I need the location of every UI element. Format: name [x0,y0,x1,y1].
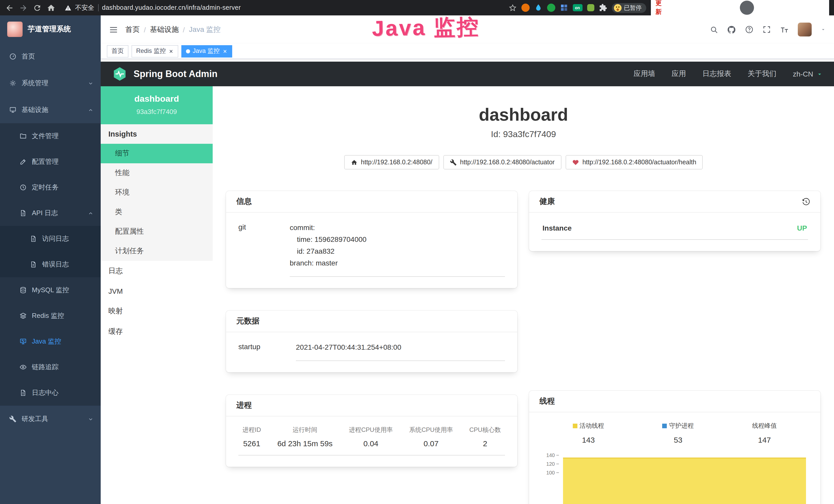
breadcrumb-section[interactable]: 基础设施 [150,25,179,34]
extension-icon[interactable] [547,4,555,12]
bookmark-star-icon[interactable] [508,4,517,12]
tab-close-icon[interactable] [169,48,174,54]
user-avatar[interactable] [798,23,812,37]
sidebar-item-mysql-monitor[interactable]: MySQL 监控 [0,277,101,303]
metric-value: 2 [469,439,501,448]
sba-journal-link[interactable]: 日志报表 [702,69,731,78]
clock-icon [20,184,27,191]
tab-close-icon[interactable] [222,48,227,54]
sba-wallboard-link[interactable]: 应用墙 [634,69,655,78]
actuator-url-button[interactable]: http://192.168.0.2:48080/actuator [443,155,561,169]
sba-group-logging[interactable]: 日志 [101,261,213,281]
sba-nav-links: 应用墙 应用 日志报表 关于我们 zh-CN [634,69,823,78]
instance-header[interactable]: dashboard 93a3fc7f7409 [101,86,213,124]
wrench-icon [9,415,17,422]
sba-group-jvm[interactable]: JVM [101,281,213,301]
sba-item-metrics[interactable]: 性能 [101,163,213,183]
card-body: Instance UP [529,212,820,251]
hamburger-icon[interactable] [109,25,118,34]
legend-value: 53 [662,435,694,444]
health-row: Instance UP [542,222,808,240]
sba-item-beans[interactable]: 类 [101,202,213,222]
pulse-monitor-icon [20,338,27,345]
sba-logo-icon[interactable] [112,66,127,82]
sidebar-item-system[interactable]: 系统管理 [0,70,101,96]
document-icon [20,209,27,217]
extension-grid-icon[interactable] [560,4,568,12]
sba-item-details[interactable]: 细节 [101,144,213,163]
y-axis-label: 120 [542,461,555,467]
document-icon [30,235,37,243]
tab-label: 首页 [111,47,124,55]
extension-icon[interactable] [587,4,594,11]
help-icon[interactable] [745,25,753,34]
sba-item-scheduled-tasks[interactable]: 计划任务 [101,241,213,261]
extensions-puzzle-icon[interactable] [599,4,607,12]
link-label: http://192.168.0.2:48080/actuator/health [582,159,696,166]
tab-redis-monitor[interactable]: Redis 监控 [132,45,178,57]
address-bar[interactable]: 不安全 dashboard.yudao.iocoder.cn/infra/adm… [65,3,503,12]
card-body: 活动线程 143 守护进程 [529,412,820,504]
font-size-icon[interactable] [780,25,789,34]
heart-icon [572,159,579,166]
sba-brand[interactable]: Spring Boot Admin [134,69,218,79]
extension-drop-icon[interactable] [534,4,542,12]
sba-about-link[interactable]: 关于我们 [748,69,776,78]
avatar-caret-down-icon[interactable] [820,27,826,32]
process-metric: CPU核心数 2 [469,426,501,448]
sba-navbar: Spring Boot Admin 应用墙 应用 日志报表 关于我们 zh-CN [101,62,834,86]
spring-boot-admin: Spring Boot Admin 应用墙 应用 日志报表 关于我们 zh-CN [101,62,834,504]
admin-sidebar: 芋道管理系统 首页 系统管理 基础设施 [0,16,101,504]
extension-on-badge[interactable]: on [572,4,582,11]
sidebar-item-api-logs[interactable]: API 日志 [0,200,101,226]
chevron-up-icon [88,107,93,113]
page-subtitle: Id: 93a3fc7f7409 [213,130,834,140]
card-header: 进程 [226,395,517,416]
github-icon[interactable] [727,25,736,34]
card-header: 线程 [529,391,820,412]
sba-item-environment[interactable]: 环境 [101,183,213,202]
sidebar-item-home[interactable]: 首页 [0,43,101,70]
browser-reload-icon[interactable] [33,3,42,12]
sidebar-item-config-management[interactable]: 配置管理 [0,149,101,175]
app-logo-row[interactable]: 芋道管理系统 [0,16,101,43]
sidebar-item-access-logs[interactable]: 访问日志 [0,226,101,252]
service-url-button[interactable]: http://192.168.0.2:48080/ [344,155,439,169]
fullscreen-icon[interactable] [762,25,771,34]
health-card: 健康 Instance UP [529,191,820,251]
sidebar-item-log-center[interactable]: 日志中心 [0,380,101,406]
profile-paused-chip[interactable]: 已暂停 [612,3,646,13]
history-icon[interactable] [802,198,810,206]
sidebar-item-scheduled-jobs[interactable]: 定时任务 [0,175,101,200]
sidebar-item-tracing[interactable]: 链路追踪 [0,354,101,380]
sidebar-item-dev-tools[interactable]: 研发工具 [0,406,101,432]
active-threads-area [563,458,806,504]
sba-group-caches[interactable]: 缓存 [101,321,213,342]
sba-group-mappings[interactable]: 映射 [101,301,213,321]
card-title: 健康 [540,197,555,206]
sidebar-item-error-logs[interactable]: 错误日志 [0,252,101,277]
sba-applications-link[interactable]: 应用 [672,69,686,78]
health-url-button[interactable]: http://192.168.0.2:48080/actuator/health [565,155,703,169]
extension-icon[interactable] [521,4,529,12]
link-label: http://192.168.0.2:48080/actuator [460,159,554,166]
gear-icon [9,79,17,87]
legend-swatch-active [573,423,577,428]
cards-column-right: 健康 Instance UP [529,191,820,504]
browser-home-icon[interactable] [47,3,56,12]
sidebar-item-redis-monitor[interactable]: Redis 监控 [0,303,101,329]
tab-home[interactable]: 首页 [107,45,128,57]
sidebar-item-java-monitor[interactable]: Java 监控 [0,329,101,354]
sidebar-item-infrastructure[interactable]: 基础设施 [0,96,101,123]
sidebar-item-file-management[interactable]: 文件管理 [0,123,101,149]
breadcrumb-home[interactable]: 首页 [125,25,140,34]
search-icon[interactable] [710,25,718,33]
browser-back-icon[interactable] [5,3,14,12]
tab-java-monitor[interactable]: Java 监控 [181,45,232,57]
browser-forward-icon[interactable] [19,3,28,12]
app-title: 芋道管理系统 [28,25,71,34]
document-icon [20,389,27,396]
card-title: 线程 [540,396,555,406]
sba-locale-select[interactable]: zh-CN [793,70,823,78]
sba-item-config-props[interactable]: 配置属性 [101,222,213,241]
